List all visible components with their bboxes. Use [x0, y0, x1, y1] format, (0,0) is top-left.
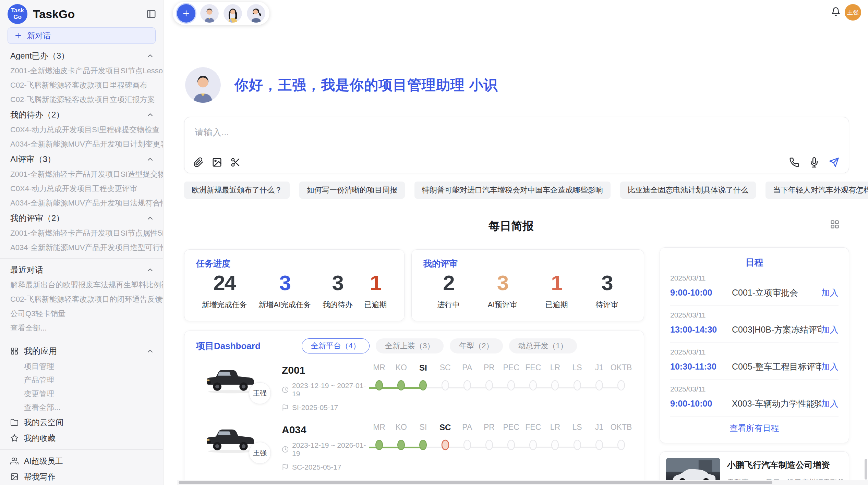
view-all-schedule-link[interactable]: 查看所有日程 — [670, 416, 839, 434]
horizontal-scrollbar[interactable] — [177, 480, 868, 485]
user-avatar-badge[interactable]: 王强 — [845, 4, 861, 21]
notification-bell-icon[interactable] — [831, 7, 841, 16]
chevron-up-icon[interactable] — [146, 155, 154, 163]
list-item[interactable]: 解释最新出台的欧盟报废车法规再生塑料比例被调至15%... — [0, 278, 163, 292]
image-icon — [10, 473, 19, 481]
app-item-project-mgmt[interactable]: 项目管理 — [0, 360, 163, 373]
sidebar-collapse-icon[interactable] — [146, 9, 156, 19]
suggestion-chip[interactable]: 欧洲新规最近颁布了什么？ — [184, 182, 290, 199]
tab-new-platform[interactable]: 全新平台（4） — [302, 338, 370, 353]
add-session-button[interactable] — [177, 4, 195, 23]
dashboard-header: 项目Dashboard 全新平台（4） 全新上装（3） 年型（2） 动总开发（1… — [196, 338, 634, 353]
avatar[interactable] — [224, 4, 242, 23]
sidebar-item-ai-super-staff[interactable]: AI超级员工 — [0, 453, 163, 469]
horizontal-scrollbar-thumb[interactable] — [179, 481, 772, 484]
list-item[interactable]: C02-飞腾新能源轻客改款项目立项汇报方案 — [0, 92, 163, 107]
app-item-product-mgmt[interactable]: 产品管理 — [0, 373, 163, 387]
list-item[interactable]: Z001-全新燃油轻卡产品开发项目SI造型提交物评审 — [0, 167, 163, 182]
new-chat-label: 新对话 — [27, 30, 51, 41]
join-meeting-link[interactable]: 加入 — [821, 398, 839, 409]
users-icon — [10, 457, 19, 465]
chevron-up-icon[interactable] — [146, 52, 154, 60]
schedule-date: 2025/03/11 — [670, 274, 839, 282]
suggestion-chip[interactable]: 特朗普可能对进口汽车增税会对中国车企造成哪些影响 — [414, 182, 611, 199]
section-ai-review[interactable]: AI评审（3） — [0, 151, 163, 167]
list-item[interactable]: Z001-全新燃油轻卡产品开发项目SI节点属性5D文件评审 — [0, 226, 163, 240]
app-item-change-mgmt[interactable]: 变更管理 — [0, 387, 163, 401]
section-my-review[interactable]: 我的评审（2） — [0, 210, 163, 226]
list-item[interactable]: A034-全新新能源MUV产品开发项目计划变更表编写 — [0, 137, 163, 151]
project-row[interactable]: 王强 Z001 2023-12-19 ~ 2027-01-19 SI-2025-… — [196, 362, 634, 413]
schedule-time: 9:00-10:00 — [670, 399, 725, 409]
sidebar-item-my-apps[interactable]: 我的应用 — [0, 343, 163, 360]
daily-brief-title: 每日简报 — [173, 219, 849, 234]
stat: 1已逾期 — [364, 271, 387, 310]
card-title: 任务进度 — [196, 258, 393, 269]
schedule-date: 2025/03/11 — [670, 311, 839, 319]
list-item[interactable]: Z001-全新燃油皮卡产品开发项目SI节点Lesson Learn报告 — [0, 64, 163, 78]
plus-icon — [182, 9, 191, 18]
list-item[interactable]: A034-全新新能源MUV产品开发项目造型可行性评审 — [0, 240, 163, 255]
list-item[interactable]: C02-飞腾新能源轻客改款项目里程碑画布 — [0, 78, 163, 92]
send-icon[interactable] — [829, 157, 839, 167]
list-item[interactable]: C02-飞腾新能源轻客改款项目的闭环通告反馈情况 — [0, 292, 163, 307]
milestone: SI — [412, 423, 434, 464]
paperclip-icon[interactable] — [193, 157, 204, 167]
tab-powertrain[interactable]: 动总开发（1） — [509, 338, 577, 353]
section-title-text: 我的待办（2） — [10, 109, 64, 120]
stat-label: 新增AI完成任务 — [258, 300, 311, 310]
chevron-up-icon[interactable] — [146, 214, 154, 222]
section-recent-chats[interactable]: 最近对话 — [0, 262, 163, 278]
sidebar-item-favorites[interactable]: 我的收藏 — [0, 430, 163, 446]
list-item[interactable]: C0X4-动力总成开发项目SI里程碑提交物检查 — [0, 123, 163, 137]
suggestion-chip[interactable]: 当下年轻人对汽车外观有怎样的喜好趋势 — [765, 182, 868, 199]
stats-row: 2进行中 3AI预评审 1已逾期 3待评审 — [423, 271, 632, 310]
ai-super-staff-label: AI超级员工 — [24, 456, 63, 467]
section-agent-done[interactable]: Agent已办（3） — [0, 48, 163, 64]
image-upload-icon[interactable] — [212, 157, 222, 167]
tab-model-year[interactable]: 年型（2） — [450, 338, 503, 353]
join-meeting-link[interactable]: 加入 — [821, 287, 839, 298]
chevron-up-icon[interactable] — [146, 266, 154, 274]
chat-input[interactable] — [195, 125, 503, 140]
clock-icon — [282, 386, 289, 393]
chevron-up-icon[interactable] — [146, 111, 154, 119]
phone-call-icon[interactable] — [789, 157, 799, 167]
view-all-apps[interactable]: 查看全部... — [0, 401, 163, 414]
stat-value: 2 — [443, 271, 454, 295]
avatar[interactable] — [200, 4, 219, 23]
join-meeting-link[interactable]: 加入 — [821, 361, 839, 372]
section-title-text: 最近对话 — [10, 264, 43, 275]
microphone-icon[interactable] — [809, 157, 819, 167]
list-item[interactable]: C0X4-动力总成开发项目工程变更评审 — [0, 182, 163, 196]
section-my-todo[interactable]: 我的待办（2） — [0, 107, 163, 123]
card-title: 我的评审 — [423, 258, 632, 269]
layout-grid-icon[interactable] — [830, 220, 840, 229]
new-chat-button[interactable]: 新对话 — [8, 27, 156, 44]
schedule-title: 日程 — [670, 257, 839, 269]
favorites-label: 我的收藏 — [24, 433, 56, 444]
join-meeting-link[interactable]: 加入 — [821, 324, 839, 335]
vertical-scrollbar-thumb[interactable] — [865, 459, 867, 480]
tab-new-body[interactable]: 全新上装（3） — [376, 338, 444, 353]
project-flag-milestone: SI-2025-05-17 — [282, 403, 368, 412]
sidebar-item-help-me-write[interactable]: 帮我写作 — [0, 469, 163, 485]
sidebar-item-cloud-space[interactable]: 我的云空间 — [0, 414, 163, 430]
chevron-up-icon[interactable] — [146, 347, 154, 355]
view-all-chats[interactable]: 查看全部... — [0, 321, 163, 335]
scissors-icon[interactable] — [230, 157, 241, 167]
suggestion-chip[interactable]: 比亚迪全固态电池计划具体说了什么 — [620, 182, 756, 199]
list-item[interactable]: A034-全新新能源MUV产品开发项目法规符合性评审 — [0, 196, 163, 210]
flag-icon — [282, 404, 289, 411]
list-item[interactable]: 公司Q3轻卡销量 — [0, 307, 163, 321]
schedule-event-title: X003-车辆动力学性能验... — [725, 398, 821, 409]
schedule-entry: 2025/03/11 13:00-14:30 C003|H0B-方案冻结评审 加… — [670, 306, 839, 343]
task-progress-card: 任务进度 24新增完成任务 3新增AI完成任务 3我的待办 1已逾期 — [184, 249, 405, 321]
project-row[interactable]: 王强 A034 2023-12-19 ~ 2026-01-19 SC-2025-… — [196, 422, 634, 473]
suggestion-chip[interactable]: 如何写一份清晰的项目周报 — [299, 182, 405, 199]
avatar[interactable] — [247, 4, 265, 23]
logo-line1: Task — [11, 8, 24, 14]
star-icon — [10, 434, 19, 442]
divider — [0, 258, 163, 259]
stat: 3我的待办 — [323, 271, 353, 310]
